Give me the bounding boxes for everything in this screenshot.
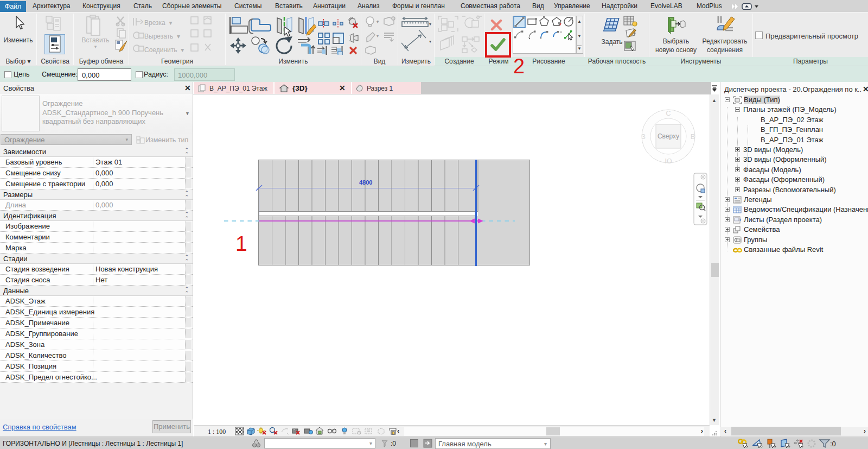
svg-text:▾: ▾ xyxy=(429,22,431,27)
svg-text:Ю: Ю xyxy=(665,157,672,165)
svg-text:З: З xyxy=(641,132,646,141)
svg-text:▾: ▾ xyxy=(429,39,431,44)
svg-text:В: В xyxy=(691,132,695,141)
svg-text:▾: ▾ xyxy=(376,20,379,24)
svg-text:▾: ▾ xyxy=(376,34,379,39)
svg-text:1: 1 xyxy=(235,232,247,255)
svg-text:С: С xyxy=(666,109,671,117)
svg-text:4800: 4800 xyxy=(359,179,372,186)
svg-text:Сверху: Сверху xyxy=(658,132,679,140)
